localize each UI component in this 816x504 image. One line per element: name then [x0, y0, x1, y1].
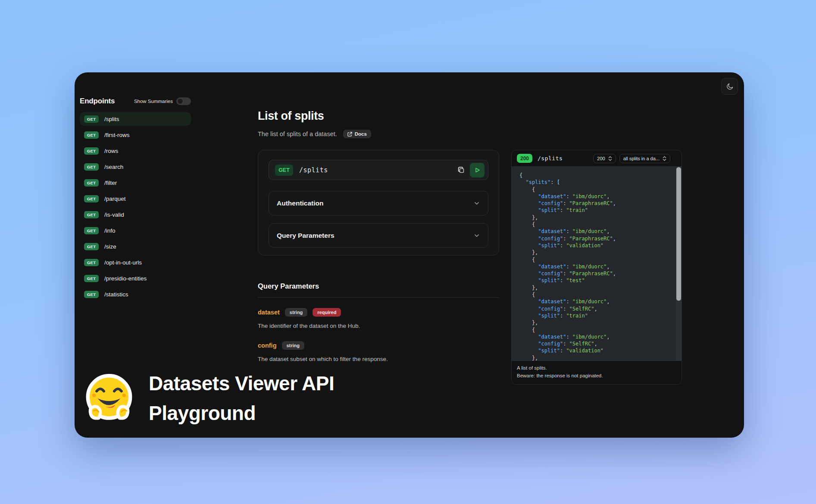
endpoint-path-label: /is-valid	[104, 212, 124, 218]
code-line: "split": "test"	[519, 277, 670, 284]
code-line: },	[519, 249, 670, 256]
page-title: List of splits	[258, 109, 499, 123]
code-line: "config": "SelfRC",	[519, 305, 670, 312]
param-list: datasetstringrequiredThe identifier of t…	[258, 308, 499, 362]
query-parameters-accordion-label: Query Parameters	[277, 232, 335, 240]
param-config: configstringThe dataset subset on which …	[258, 341, 499, 362]
brand-title-line2: Playground	[149, 398, 334, 428]
code-line: "config": "SelfRC",	[519, 340, 670, 347]
docs-button[interactable]: Docs	[343, 130, 371, 138]
endpoint-path-label: /info	[104, 227, 116, 234]
status-badge: 200	[517, 154, 532, 163]
copy-icon	[457, 166, 466, 174]
param-dataset: datasetstringrequiredThe identifier of t…	[258, 308, 499, 329]
method-badge: GET	[84, 227, 99, 234]
status-code-select-value: 200	[597, 156, 605, 161]
code-line: "config": "ParaphraseRC",	[519, 270, 670, 277]
scrollbar-track	[676, 166, 682, 361]
code-line: "config": "ParaphraseRC",	[519, 235, 670, 242]
branding: Datasets Viewer API Playground	[83, 369, 334, 428]
endpoint-path-label: /size	[104, 243, 116, 250]
sidebar-item-filter[interactable]: GET/filter	[80, 176, 191, 190]
method-badge: GET	[84, 275, 99, 282]
sidebar-item-opt-in-out-urls[interactable]: GET/opt-in-out-urls	[80, 255, 191, 269]
hugging-face-logo	[83, 372, 135, 425]
request-bar: GET /splits	[269, 160, 488, 180]
method-badge: GET	[84, 131, 99, 139]
endpoint-path-label: /filter	[104, 180, 117, 186]
example-select[interactable]: all splits in a da...	[619, 154, 670, 163]
status-code-select[interactable]: 200	[593, 154, 616, 163]
docs-label: Docs	[355, 131, 367, 137]
authentication-accordion-label: Authentication	[277, 199, 324, 207]
method-badge: GET	[84, 163, 99, 171]
method-badge: GET	[84, 195, 99, 202]
endpoint-path-label: /rows	[104, 148, 118, 154]
code-line: {	[519, 172, 670, 179]
copy-button[interactable]	[457, 166, 466, 174]
method-badge: GET	[84, 211, 99, 218]
sidebar-item-search[interactable]: GET/search	[80, 160, 191, 174]
chevron-down-icon	[473, 232, 480, 239]
show-summaries-label: Show Summaries	[134, 99, 173, 104]
method-badge: GET	[84, 259, 99, 266]
sidebar-item-is-valid[interactable]: GET/is-valid	[80, 208, 191, 221]
updown-icon	[663, 156, 666, 161]
param-type-badge: string	[285, 308, 308, 317]
code-line: "dataset": "ibm/duorc",	[519, 333, 670, 340]
code-line: "splits": [	[519, 179, 670, 186]
param-description: The dataset subset on which to filter th…	[258, 356, 499, 362]
param-description: The identifier of the dataset on the Hub…	[258, 323, 499, 329]
code-line: "split": "train"	[519, 312, 670, 319]
sidebar-item-parquet[interactable]: GET/parquet	[80, 192, 191, 205]
response-footer: A list of splits. Beware: the response i…	[512, 361, 682, 384]
code-line: },	[519, 319, 670, 326]
endpoint-path-label: /splits	[104, 116, 119, 122]
run-request-button[interactable]	[470, 163, 485, 177]
request-panel: GET /splits	[258, 150, 499, 255]
sidebar-item-info[interactable]: GET/info	[80, 224, 191, 237]
sidebar-item-first-rows[interactable]: GET/first-rows	[80, 128, 191, 142]
query-parameters-section: Query Parameters datasetstringrequiredTh…	[258, 282, 499, 362]
code-line: "dataset": "ibm/duorc",	[519, 263, 670, 270]
moon-icon	[726, 83, 734, 90]
sidebar-item-statistics[interactable]: GET/statistics	[80, 287, 191, 301]
response-path: /splits	[538, 155, 563, 162]
endpoint-path-label: /first-rows	[104, 132, 130, 138]
response-footer-line: A list of splits.	[517, 364, 676, 372]
app-card: Endpoints Show Summaries GET/splitsGET/f…	[75, 72, 744, 438]
endpoint-list: GET/splitsGET/first-rowsGET/rowsGET/sear…	[80, 112, 191, 301]
endpoint-path-label: /search	[104, 164, 123, 170]
scrollbar-thumb[interactable]	[676, 167, 681, 301]
chevron-down-icon	[473, 200, 480, 207]
query-parameters-accordion[interactable]: Query Parameters	[269, 223, 488, 248]
code-line: },	[519, 355, 670, 361]
code-line: "dataset": "ibm/duorc",	[519, 193, 670, 200]
response-body: { "splits": [ { "dataset": "ibm/duorc", …	[512, 166, 682, 361]
code-line: "dataset": "ibm/duorc",	[519, 228, 670, 235]
sidebar-title: Endpoints	[80, 97, 115, 106]
sidebar: Endpoints Show Summaries GET/splitsGET/f…	[80, 96, 191, 301]
example-select-value: all splits in a da...	[623, 156, 660, 161]
show-summaries-toggle[interactable]	[176, 97, 191, 105]
method-badge: GET	[84, 179, 99, 187]
play-icon	[474, 167, 481, 174]
method-badge: GET	[84, 291, 99, 298]
param-name: dataset	[258, 309, 280, 316]
response-panel: 200 /splits 200 all splits in a da...	[511, 150, 682, 385]
code-line: "split": "validation"	[519, 347, 670, 354]
theme-toggle-button[interactable]	[721, 78, 738, 95]
response-footer-line: Beware: the response is not paginated.	[517, 372, 676, 380]
endpoint-path-label: /opt-in-out-urls	[104, 259, 142, 266]
sidebar-item-splits[interactable]: GET/splits	[80, 112, 191, 126]
request-path: /splits	[299, 166, 328, 174]
code-line: {	[519, 291, 670, 298]
code-line: {	[519, 221, 670, 228]
code-line: },	[519, 284, 670, 291]
sidebar-item-presidio-entities[interactable]: GET/presidio-entities	[80, 271, 191, 285]
sidebar-item-size[interactable]: GET/size	[80, 240, 191, 253]
endpoint-path-label: /parquet	[104, 196, 126, 202]
sidebar-item-rows[interactable]: GET/rows	[80, 144, 191, 158]
authentication-accordion[interactable]: Authentication	[269, 191, 488, 215]
code-line: {	[519, 327, 670, 333]
